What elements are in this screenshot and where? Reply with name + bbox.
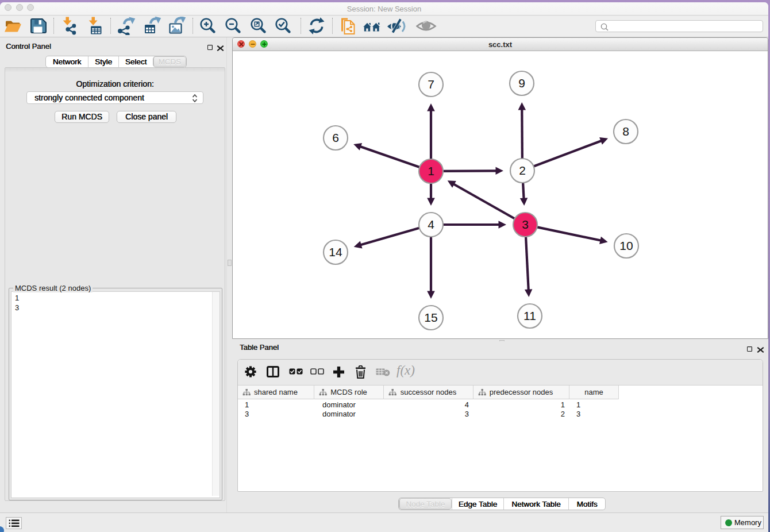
svg-text:6: 6 (332, 131, 339, 144)
svg-text:10: 10 (619, 239, 633, 252)
svg-text:3: 3 (522, 218, 529, 231)
svg-text:8: 8 (622, 125, 629, 138)
svg-text:14: 14 (329, 245, 342, 259)
svg-text:9: 9 (518, 76, 525, 90)
svg-text:7: 7 (428, 78, 434, 91)
svg-text:15: 15 (424, 311, 437, 324)
svg-text:11: 11 (523, 309, 536, 322)
svg-text:2: 2 (519, 164, 526, 177)
svg-text:4: 4 (428, 218, 434, 231)
svg-text:1: 1 (428, 164, 434, 178)
